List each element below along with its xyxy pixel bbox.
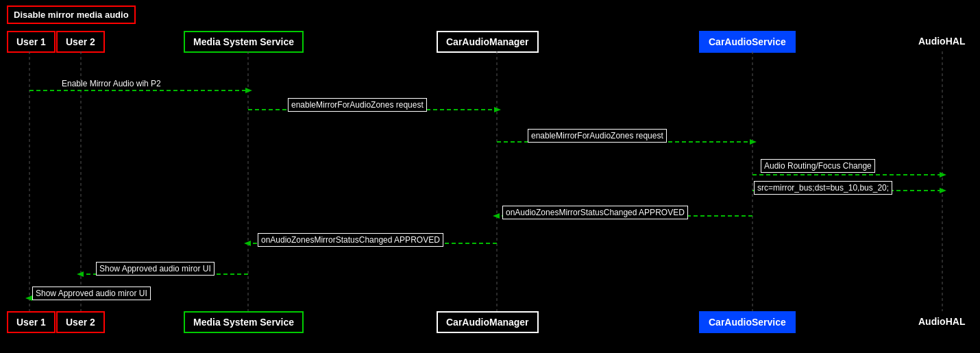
svg-marker-17 (493, 213, 500, 219)
svg-marker-23 (25, 295, 32, 301)
diagram-container: Disable mirror media audio User 1 User 2… (0, 0, 980, 353)
actor-cas-bottom: CarAudioService (699, 311, 796, 333)
actor-user2-bottom: User 2 (56, 311, 105, 333)
actor-cam-top: CarAudioManager (437, 31, 539, 53)
svg-marker-21 (77, 271, 84, 277)
svg-marker-7 (245, 88, 252, 93)
msg2-label: enableMirrorForAudioZones request (288, 98, 427, 112)
actor-cas-top: CarAudioService (699, 31, 796, 53)
svg-marker-13 (940, 172, 946, 178)
msg6-label: onAudioZonesMirrorStatusChanged APPROVED (258, 233, 443, 247)
actor-user2-top: User 2 (56, 31, 105, 53)
msg8-label: Show Approved audio miror UI (32, 287, 151, 300)
actor-cam-bottom: CarAudioManager (437, 311, 539, 333)
title-text: Disable mirror media audio (14, 10, 129, 20)
actor-mss-bottom: Media System Service (184, 311, 304, 333)
actor-user1-top: User 1 (7, 31, 56, 53)
msg5-label: onAudioZonesMirrorStatusChanged APPROVED (502, 206, 688, 219)
actor-mss-top: Media System Service (184, 31, 304, 53)
title-box-top: Disable mirror media audio (7, 5, 136, 24)
actor-user1-bottom: User 1 (7, 311, 56, 333)
actor-hal-top: AudioHAL (918, 36, 965, 47)
msg4b-label: src=mirror_bus;dst=bus_10,bus_20; (754, 181, 892, 195)
msg1-label: Enable Mirror Audio wih P2 (62, 79, 161, 88)
actor-hal-bottom: AudioHAL (918, 316, 965, 327)
svg-marker-9 (494, 107, 501, 112)
msg3-label: enableMirrorForAudioZones request (528, 129, 667, 143)
msg4-label: Audio Routing/Focus Change (761, 159, 875, 173)
msg7-label: Show Approved audio miror UI (96, 262, 215, 276)
svg-marker-15 (940, 188, 946, 193)
svg-marker-19 (244, 241, 251, 246)
svg-marker-11 (750, 139, 757, 145)
